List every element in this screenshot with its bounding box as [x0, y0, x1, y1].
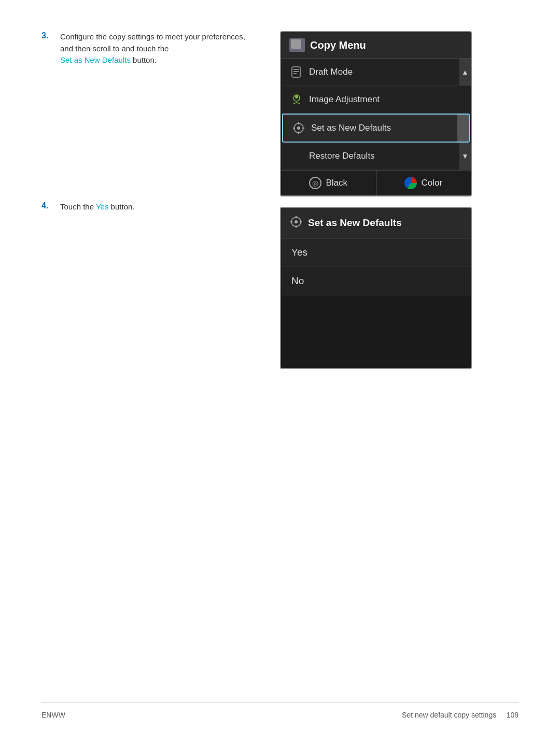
defaults-spacer — [281, 296, 471, 368]
svg-point-7 — [297, 126, 300, 130]
step-3-number: 3. — [41, 31, 52, 66]
defaults-header: Set as New Defaults — [281, 208, 471, 238]
image-adjustment-label: Image Adjustment — [309, 94, 380, 105]
set-as-new-defaults-link[interactable]: Set as New Defaults — [60, 55, 131, 64]
svg-point-5 — [295, 95, 298, 99]
draft-mode-icon — [289, 65, 304, 79]
set-as-new-defaults-screen: Set as New Defaults Yes No — [280, 207, 472, 369]
defaults-gear-icon — [289, 215, 303, 231]
yes-label: Yes — [291, 247, 307, 258]
scroll-handle[interactable] — [457, 115, 469, 142]
step-3-text: Configure the copy settings to meet your… — [60, 31, 259, 66]
set-defaults-icon — [291, 121, 306, 135]
svg-rect-0 — [292, 67, 300, 77]
menu-item-image-adjustment[interactable]: Image Adjustment — [281, 86, 471, 114]
no-option[interactable]: No — [281, 267, 471, 296]
step-4-text-after: button. — [111, 202, 135, 211]
menu-item-draft-mode[interactable]: Draft Mode ▲ — [281, 59, 471, 86]
menu-item-set-as-new-defaults[interactable]: Set as New Defaults — [282, 114, 470, 143]
copy-menu-screen: Copy Menu Draf — [280, 31, 472, 196]
menu-bottom-buttons: ◎ Black Color — [281, 170, 471, 195]
svg-point-13 — [295, 220, 298, 223]
page-container: 3. Configure the copy settings to meet y… — [0, 0, 560, 745]
image-adjustment-icon — [289, 92, 304, 107]
black-icon: ◎ — [309, 177, 321, 189]
scroll-up-arrow[interactable]: ▲ — [459, 59, 471, 86]
footer-page-number: 109 — [507, 711, 519, 719]
scroll-down-arrow[interactable]: ▼ — [459, 143, 471, 170]
step-4: 4. Touch the Yes button. — [41, 201, 259, 213]
footer-page-title: Set new default copy settings — [402, 711, 496, 719]
step-4-number: 4. — [41, 201, 52, 213]
step-3-text-before: Configure the copy settings to meet your… — [60, 32, 245, 53]
copy-menu-header: Copy Menu — [281, 32, 471, 59]
left-column: 3. Configure the copy settings to meet y… — [41, 31, 280, 369]
yes-option[interactable]: Yes — [281, 238, 471, 267]
copy-menu-title: Copy Menu — [310, 39, 366, 51]
black-button[interactable]: ◎ Black — [281, 171, 376, 195]
restore-defaults-icon — [289, 149, 304, 163]
defaults-title: Set as New Defaults — [308, 217, 402, 229]
menu-items-wrapper: Draft Mode ▲ Image Adj — [281, 59, 471, 170]
color-icon — [404, 177, 417, 189]
step-4-text: Touch the Yes button. — [60, 201, 134, 213]
page-footer: ENWW Set new default copy settings 109 — [41, 702, 519, 719]
step-3-text-after: button. — [133, 55, 157, 64]
no-label: No — [291, 275, 304, 286]
menu-item-restore-defaults[interactable]: Restore Defaults ▼ — [281, 143, 471, 170]
copy-menu-icon — [289, 38, 305, 52]
color-button[interactable]: Color — [376, 171, 471, 195]
restore-defaults-label: Restore Defaults — [309, 151, 375, 161]
yes-link[interactable]: Yes — [96, 202, 108, 211]
step-4-text-before: Touch the — [60, 202, 94, 211]
draft-mode-label: Draft Mode — [309, 67, 353, 77]
step-3: 3. Configure the copy settings to meet y… — [41, 31, 259, 66]
color-label: Color — [421, 178, 442, 188]
footer-enww: ENWW — [41, 711, 65, 719]
footer-right: Set new default copy settings 109 — [402, 711, 519, 719]
right-column: Copy Menu Draf — [280, 31, 519, 369]
set-defaults-label: Set as New Defaults — [311, 123, 391, 133]
black-label: Black — [326, 178, 347, 188]
